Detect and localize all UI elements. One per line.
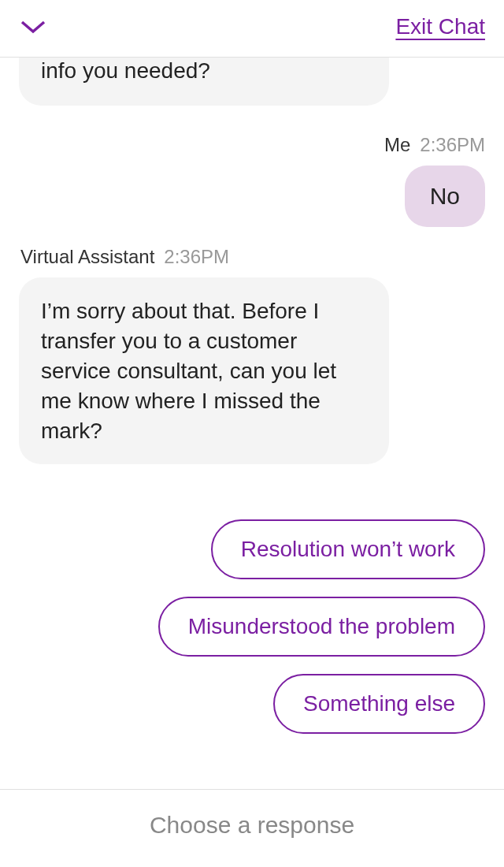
message-text: No [430,183,460,210]
message-text: info you needed? [41,58,367,85]
assistant-message-bubble: info you needed? [19,58,389,106]
sender-label: Me [384,134,410,156]
chat-header: Exit Chat [0,0,504,58]
quick-reply-button[interactable]: Resolution won’t work [211,519,485,579]
timestamp: 2:36PM [420,134,485,156]
exit-chat-link[interactable]: Exit Chat [395,14,485,39]
user-message-bubble: No [405,166,485,227]
message-meta: Virtual Assistant 2:36PM [20,246,485,268]
message-text: I’m sorry about that. Before I transfer … [41,296,367,445]
message-meta: Me 2:36PM [19,134,485,156]
quick-reply-button[interactable]: Something else [273,674,485,734]
quick-reply-button[interactable]: Misunderstood the problem [158,597,485,657]
quick-replies: Resolution won’t work Misunderstood the … [19,519,485,734]
assistant-message-bubble: I’m sorry about that. Before I transfer … [19,277,389,464]
chat-body: info you needed? Me 2:36PM No Virtual As… [0,58,504,789]
sender-label: Virtual Assistant [20,246,154,268]
footer: Choose a response [0,789,504,867]
footer-prompt: Choose a response [150,812,354,838]
chevron-down-icon[interactable] [19,19,47,35]
timestamp: 2:36PM [164,246,229,268]
